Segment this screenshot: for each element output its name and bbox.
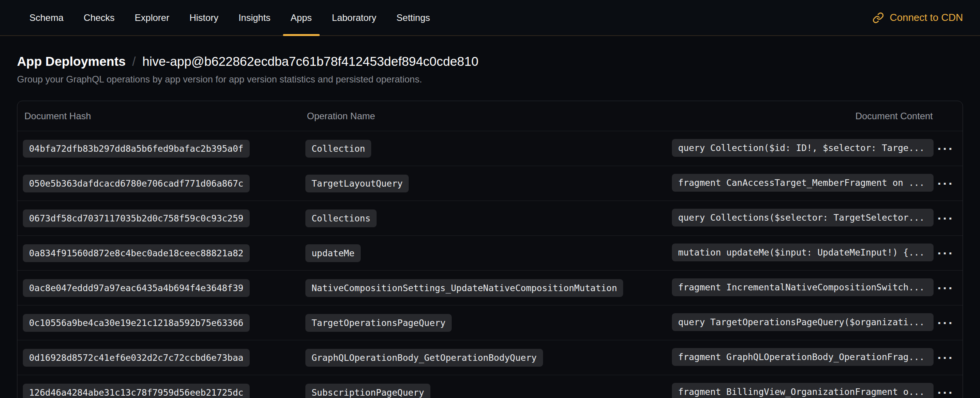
table-row: 0a834f91560d872e8c4bec0ade18ceec88821a82… (17, 235, 963, 270)
nav-tab[interactable]: History (179, 0, 228, 35)
connect-to-cdn-label: Connect to CDN (890, 12, 963, 24)
row-menu-button[interactable]: ··· (934, 244, 957, 263)
column-header-document-content: Document Content (672, 111, 934, 122)
row-menu-button[interactable]: ··· (934, 209, 957, 228)
row-menu-button[interactable]: ··· (934, 348, 957, 367)
nav-tab[interactable]: Apps (281, 0, 322, 35)
main-content: App Deployments / hive-app@b622862ecdba7… (0, 54, 980, 398)
document-content-preview: query Collections($selector: TargetSelec… (672, 209, 934, 226)
table-row: 126d46a4284abe31c13c78f7959d56eeb21725dc… (17, 375, 963, 398)
table-row: 050e5b363dafdcacd6780e706cadf771d06a867c… (17, 166, 963, 201)
row-menu-button[interactable]: ··· (934, 174, 957, 193)
table-row: 0d16928d8572c41ef6e032d2c7c72ccbd6e73baa… (17, 340, 963, 375)
table-header-row: Document Hash Operation Name Document Co… (17, 101, 963, 131)
table-row: 0673df58cd7037117035b2d0c758f59c0c93c259… (17, 201, 963, 235)
document-hash-badge: 0c10556a9be4ca30e19e21c1218a592b75e63366 (23, 314, 250, 332)
operation-name-badge: NativeCompositionSettings_UpdateNativeCo… (305, 279, 623, 297)
operation-name-badge: Collections (305, 209, 377, 227)
nav-tabs: Schema Checks Explorer History Insights … (19, 0, 440, 35)
table-row: 04bfa72dfb83b297dd8a5b6fed9bafac2b395a0f… (17, 131, 963, 166)
operation-name-badge: TargetLayoutQuery (305, 175, 409, 192)
document-content-preview: fragment GraphQLOperationBody_OperationF… (672, 348, 934, 366)
nav-tab[interactable]: Laboratory (322, 0, 387, 35)
operation-name-badge: Collection (305, 140, 371, 158)
nav-tab[interactable]: Explorer (125, 0, 179, 35)
table-row: 0c10556a9be4ca30e19e21c1218a592b75e63366… (17, 305, 963, 340)
operation-name-badge: SubscriptionPageQuery (305, 384, 430, 398)
row-menu-button[interactable]: ··· (934, 139, 957, 158)
top-navigation: Schema Checks Explorer History Insights … (0, 0, 980, 36)
column-header-operation-name: Operation Name (305, 111, 672, 122)
row-menu-button[interactable]: ··· (934, 313, 957, 333)
operation-name-badge: TargetOperationsPageQuery (305, 314, 452, 332)
deployments-table: Document Hash Operation Name Document Co… (17, 101, 963, 398)
document-content-preview: query Collection($id: ID!, $selector: Ta… (672, 139, 934, 157)
connect-to-cdn-button[interactable]: Connect to CDN (872, 0, 963, 35)
breadcrumb-separator: / (132, 54, 136, 69)
table-body: 04bfa72dfb83b297dd8a5b6fed9bafac2b395a0f… (17, 131, 963, 398)
nav-tab[interactable]: Schema (19, 0, 74, 35)
nav-tab[interactable]: Insights (228, 0, 281, 35)
document-hash-badge: 0673df58cd7037117035b2d0c758f59c0c93c259 (23, 209, 250, 227)
breadcrumb-root[interactable]: App Deployments (17, 54, 126, 69)
breadcrumb: App Deployments / hive-app@b622862ecdba7… (17, 54, 963, 69)
page-subtitle: Group your GraphQL operations by app ver… (17, 74, 963, 85)
row-menu-button[interactable]: ··· (934, 383, 957, 398)
document-hash-badge: 04bfa72dfb83b297dd8a5b6fed9bafac2b395a0f (23, 140, 250, 158)
operation-name-badge: updateMe (305, 244, 361, 262)
row-menu-button[interactable]: ··· (934, 278, 957, 298)
document-content-preview: query TargetOperationsPageQuery($organiz… (672, 313, 934, 331)
document-content-preview: mutation updateMe($input: UpdateMeInput!… (672, 244, 934, 261)
nav-tab[interactable]: Checks (74, 0, 125, 35)
document-hash-badge: 126d46a4284abe31c13c78f7959d56eeb21725dc (23, 384, 250, 398)
operation-name-badge: GraphQLOperationBody_GetOperationBodyQue… (305, 349, 543, 367)
document-hash-badge: 0a834f91560d872e8c4bec0ade18ceec88821a82 (23, 244, 250, 262)
document-hash-badge: 050e5b363dafdcacd6780e706cadf771d06a867c (23, 175, 250, 192)
nav-tab[interactable]: Settings (386, 0, 440, 35)
document-content-preview: fragment BillingView_OrganizationFragmen… (672, 383, 934, 398)
breadcrumb-current-app: hive-app@b622862ecdba7c61b78f412453def89… (142, 54, 478, 69)
column-header-document-hash: Document Hash (23, 111, 305, 122)
link-icon (872, 12, 884, 24)
document-hash-badge: 0ac8e047eddd97a97eac6435a4b694f4e3648f39 (23, 279, 250, 297)
document-hash-badge: 0d16928d8572c41ef6e032d2c7c72ccbd6e73baa (23, 349, 250, 367)
table-row: 0ac8e047eddd97a97eac6435a4b694f4e3648f39… (17, 270, 963, 305)
document-content-preview: fragment IncrementalNativeCompositionSwi… (672, 278, 934, 296)
document-content-preview: fragment CanAccessTarget_MemberFragment … (672, 174, 934, 192)
